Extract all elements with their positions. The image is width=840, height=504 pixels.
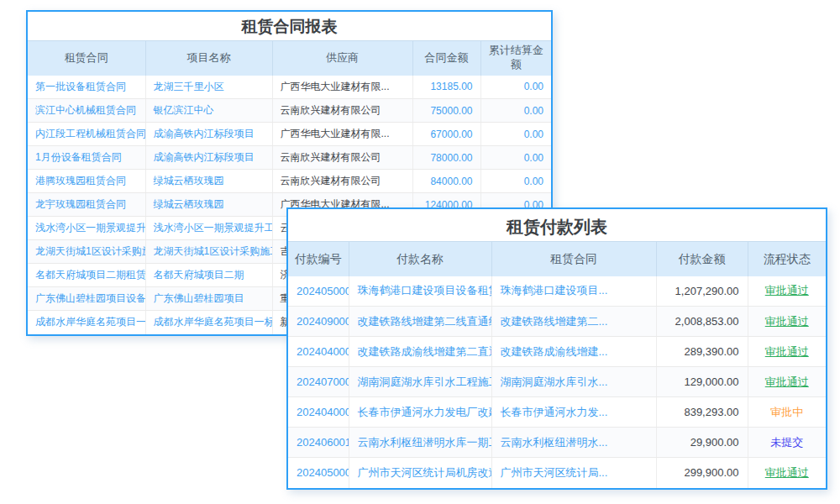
column-header-payment-amount: 付款金额 [656, 242, 748, 276]
contract-table-header-row: 租赁合同 项目名称 供应商 合同金额 累计结算金额 [28, 41, 551, 76]
payment-row: 2024070009湖南洞庭湖水库引水工程施工I...湖南洞庭湖水库引水...1… [288, 367, 826, 397]
payment-list-table: 付款编号 付款名称 租赁合同 付款金额 流程状态 2024050008珠海鹤港口… [288, 241, 826, 488]
column-header-contract: 租赁合同 [491, 242, 656, 276]
contract-amount-cell: 75000.00 [412, 99, 480, 123]
column-header-settled: 累计结算金额 [480, 41, 551, 76]
status-badge[interactable]: 审批通过 [748, 307, 826, 337]
project-link-cell[interactable]: 龙湖天街城1区设计采购施工 [145, 240, 272, 264]
payment-table-header-row: 付款编号 付款名称 租赁合同 付款金额 流程状态 [288, 242, 826, 276]
contract-link-cell[interactable]: 滨江中心机械租赁合同 [28, 99, 145, 123]
settled-amount-cell: 0.00 [480, 99, 551, 123]
contract-link-cell[interactable]: 第一批设备租赁合同 [28, 76, 145, 99]
contract-amount-cell: 78000.00 [412, 146, 480, 170]
contract-amount-cell: 67000.00 [412, 123, 480, 146]
contract-link-cell[interactable]: 1月份设备租赁合同 [28, 146, 145, 170]
project-link-cell[interactable]: 龙湖三千里小区 [145, 76, 272, 99]
column-header-contract: 租赁合同 [28, 41, 145, 76]
payment-name-link-cell[interactable]: 长春市伊通河水力发电厂改建... [349, 397, 491, 428]
contract-link-cell[interactable]: 珠海鹤港口建设项目... [491, 276, 656, 307]
payment-amount-cell: 289,390.00 [656, 337, 748, 367]
payment-no-link-cell[interactable]: 2024070009 [288, 367, 349, 397]
status-badge[interactable]: 审批中 [748, 397, 826, 428]
payment-row: 2024040007改建铁路成渝线增建第二直通...改建铁路成渝线增建...28… [288, 337, 826, 367]
contract-link-cell[interactable]: 浅水湾小区一期景观提升工程 [28, 217, 145, 240]
payment-amount-cell: 1,207,290.00 [656, 276, 748, 307]
payment-amount-cell: 129,000.00 [656, 367, 748, 397]
settled-amount-cell: 0.00 [480, 170, 551, 193]
settled-amount-cell: 0.00 [480, 146, 551, 170]
column-header-supplier: 供应商 [272, 41, 412, 76]
payment-no-link-cell[interactable]: 2024040007 [288, 337, 349, 367]
contract-link-cell[interactable]: 龙湖天街城1区设计采购施工 [28, 240, 145, 264]
supplier-cell: 广西华电大业建材有限... [272, 76, 412, 99]
contract-link-cell[interactable]: 长春市伊通河水力发... [491, 397, 656, 428]
contract-row: 港腾玫瑰园租赁合同绿城云栖玫瑰园云南欣兴建材有限公司84000.000.00 [28, 170, 551, 193]
project-link-cell[interactable]: 成渝高铁内江标段项目 [145, 146, 272, 170]
supplier-cell: 广西华电大业建材有限... [272, 123, 412, 146]
payment-no-link-cell[interactable]: 2024050007 [288, 458, 349, 488]
project-link-cell[interactable]: 广东佛山碧桂园项目 [145, 287, 272, 311]
contract-link-cell[interactable]: 内江段工程机械租赁合同 [28, 123, 145, 146]
rental-payment-list-window: 租赁付款列表 付款编号 付款名称 租赁合同 付款金额 流程状态 20240500… [286, 207, 827, 490]
contract-row: 1月份设备租赁合同成渝高铁内江标段项目云南欣兴建材有限公司78000.000.0… [28, 146, 551, 170]
payment-name-link-cell[interactable]: 改建铁路成渝线增建第二直通... [349, 337, 491, 367]
contract-row: 滨江中心机械租赁合同银亿滨江中心云南欣兴建材有限公司75000.000.00 [28, 99, 551, 123]
payment-list-title: 租赁付款列表 [288, 209, 826, 241]
project-link-cell[interactable]: 绿城云栖玫瑰园 [145, 193, 272, 217]
contract-link-cell[interactable]: 湖南洞庭湖水库引水... [491, 367, 656, 397]
column-header-project: 项目名称 [145, 41, 272, 76]
project-link-cell[interactable]: 银亿滨江中心 [145, 99, 272, 123]
project-link-cell[interactable]: 名都天府城项目二期 [145, 264, 272, 287]
column-header-status: 流程状态 [748, 242, 826, 276]
contract-link-cell[interactable]: 名都天府城项目二期租赁合同 [28, 264, 145, 287]
column-header-payment-name: 付款名称 [349, 242, 491, 276]
status-badge[interactable]: 审批通过 [748, 367, 826, 397]
payment-row: 2024090003改建铁路线增建第二线直通线...改建铁路线增建第二...2,… [288, 307, 826, 337]
contract-link-cell[interactable]: 广州市天河区统计局... [491, 458, 656, 488]
settled-amount-cell: 0.00 [480, 76, 551, 99]
status-badge[interactable]: 审批通过 [748, 337, 826, 367]
payment-row: 2024050008珠海鹤港口建设项目设备租赁...珠海鹤港口建设项目...1,… [288, 276, 826, 307]
contract-link-cell[interactable]: 港腾玫瑰园租赁合同 [28, 170, 145, 193]
payment-row: 2024050007广州市天河区统计局机房改造...广州市天河区统计局...29… [288, 458, 826, 488]
payment-no-link-cell[interactable]: 2024050008 [288, 276, 349, 307]
status-badge[interactable]: 审批通过 [748, 276, 826, 307]
payment-no-link-cell[interactable]: 2024090003 [288, 307, 349, 337]
supplier-cell: 云南欣兴建材有限公司 [272, 146, 412, 170]
project-link-cell[interactable]: 成都水岸华庭名苑项目一标段 [145, 311, 272, 334]
payment-amount-cell: 839,293.00 [656, 397, 748, 428]
contract-link-cell[interactable]: 改建铁路线增建第二... [491, 307, 656, 337]
project-link-cell[interactable]: 成渝高铁内江标段项目 [145, 123, 272, 146]
payment-amount-cell: 2,008,853.00 [656, 307, 748, 337]
payment-name-link-cell[interactable]: 广州市天河区统计局机房改造... [349, 458, 491, 488]
project-link-cell[interactable]: 绿城云栖玫瑰园 [145, 170, 272, 193]
supplier-cell: 云南欣兴建材有限公司 [272, 170, 412, 193]
contract-amount-cell: 84000.00 [412, 170, 480, 193]
status-badge[interactable]: 未提交 [748, 428, 826, 458]
payment-name-link-cell[interactable]: 珠海鹤港口建设项目设备租赁... [349, 276, 491, 307]
contract-report-title: 租赁合同报表 [28, 12, 551, 40]
contract-link-cell[interactable]: 云南水利枢纽潜明水... [491, 428, 656, 458]
contract-row: 第一批设备租赁合同龙湖三千里小区广西华电大业建材有限...13185.000.0… [28, 76, 551, 99]
payment-name-link-cell[interactable]: 湖南洞庭湖水库引水工程施工I... [349, 367, 491, 397]
settled-amount-cell: 0.00 [480, 123, 551, 146]
payment-no-link-cell[interactable]: 2024040006 [288, 397, 349, 428]
project-link-cell[interactable]: 浅水湾小区一期景观提升工程 [145, 217, 272, 240]
payment-no-link-cell[interactable]: 2024060010 [288, 428, 349, 458]
payment-amount-cell: 299,900.00 [656, 458, 748, 488]
payment-row: 2024040006长春市伊通河水力发电厂改建...长春市伊通河水力发...83… [288, 397, 826, 428]
payment-amount-cell: 29,900.00 [656, 428, 748, 458]
contract-link-cell[interactable]: 广东佛山碧桂园项目设备租赁 [28, 287, 145, 311]
contract-link-cell[interactable]: 改建铁路成渝线增建... [491, 337, 656, 367]
contract-link-cell[interactable]: 成都水岸华庭名苑项目一标段 [28, 311, 145, 334]
payment-name-link-cell[interactable]: 改建铁路线增建第二线直通线... [349, 307, 491, 337]
contract-link-cell[interactable]: 龙宇玫瑰园租赁合同 [28, 193, 145, 217]
status-badge[interactable]: 审批通过 [748, 458, 826, 488]
payment-row: 2024060010云南水利枢纽潜明水库一期工...云南水利枢纽潜明水...29… [288, 428, 826, 458]
column-header-payment-no: 付款编号 [288, 242, 349, 276]
contract-row: 内江段工程机械租赁合同成渝高铁内江标段项目广西华电大业建材有限...67000.… [28, 123, 551, 146]
supplier-cell: 云南欣兴建材有限公司 [272, 99, 412, 123]
column-header-amount: 合同金额 [412, 41, 480, 76]
payment-name-link-cell[interactable]: 云南水利枢纽潜明水库一期工... [349, 428, 491, 458]
contract-amount-cell: 13185.00 [412, 76, 480, 99]
